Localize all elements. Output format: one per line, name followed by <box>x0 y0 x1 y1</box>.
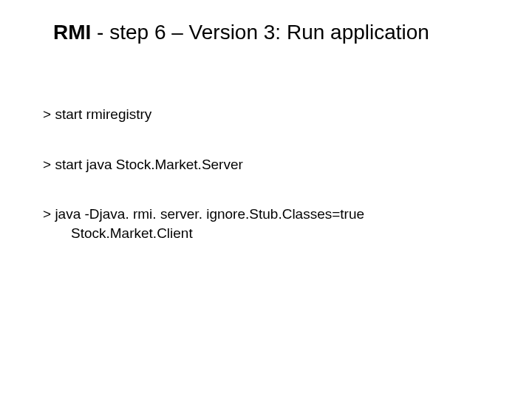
title-bold: RMI <box>53 21 91 44</box>
cmd3-text: java -Djava. rmi. server. ignore.Stub.Cl… <box>55 206 364 222</box>
slide-content: > start rmiregistry > start java Stock.M… <box>0 44 532 243</box>
slide-title: RMI - step 6 – Version 3: Run applicatio… <box>0 21 532 44</box>
title-rest: - step 6 – Version 3: Run application <box>91 21 429 44</box>
command-line-2: > start java Stock.Market.Server <box>43 155 502 174</box>
cmd1-text: start rmiregistry <box>55 106 151 122</box>
cmd3-continuation: Stock.Market.Client <box>43 224 502 243</box>
prompt-3: > <box>43 206 55 222</box>
prompt-1: > <box>43 106 55 122</box>
command-line-3: > java -Djava. rmi. server. ignore.Stub.… <box>43 205 502 242</box>
prompt-2: > <box>43 157 55 172</box>
command-line-1: > start rmiregistry <box>43 105 502 124</box>
cmd2-text: start java Stock.Market.Server <box>55 157 242 172</box>
